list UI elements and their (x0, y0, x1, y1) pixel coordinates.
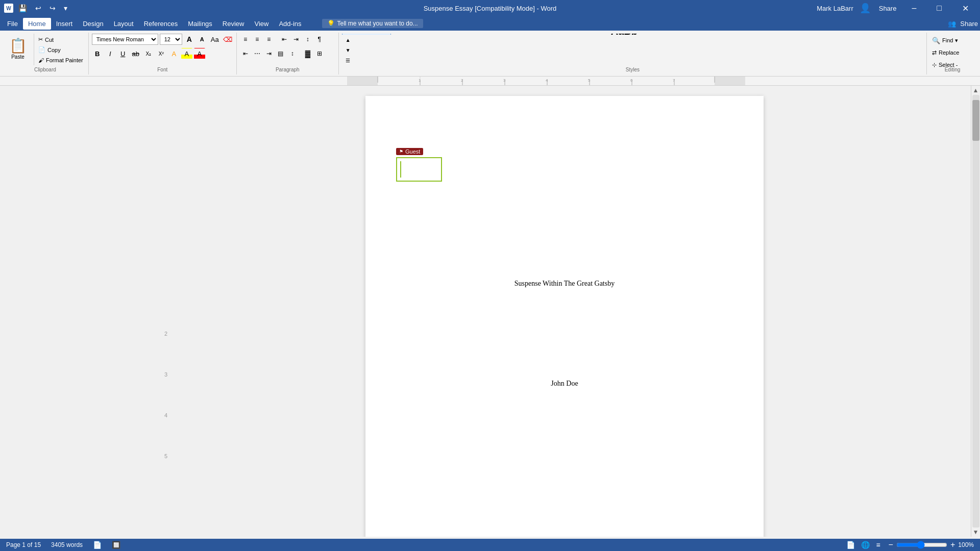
menu-addins[interactable]: Add-ins (274, 18, 306, 30)
quick-access-toolbar: 💾 ↩ ↪ ▾ (16, 3, 69, 13)
font-color-button[interactable]: A (194, 48, 205, 59)
bold-button[interactable]: B (92, 48, 103, 59)
scroll-up-button[interactable]: ▲ (973, 87, 979, 94)
scroll-thumb[interactable] (972, 100, 979, 141)
view-buttons: 📄 🌐 ≡ (844, 540, 882, 550)
paste-label: Paste (11, 54, 24, 60)
page-marker-2: 2 (164, 331, 167, 337)
shrink-font-button[interactable]: A (197, 34, 208, 45)
document-area[interactable]: ⚑ Guest Suspense Within The Great Gatsby… (174, 86, 955, 537)
menu-insert[interactable]: Insert (51, 18, 78, 30)
close-button[interactable]: ✕ (955, 0, 976, 16)
shading-button[interactable]: ▓ (302, 48, 313, 59)
strikethrough-button[interactable]: ab (130, 48, 141, 59)
page-marker-4: 4 (164, 412, 167, 418)
line-spacing-button[interactable]: ↕ (287, 48, 298, 59)
align-center-button[interactable]: ⋯ (252, 48, 263, 59)
styles-expand[interactable]: ☰ (344, 55, 352, 65)
web-layout-button[interactable]: 🌐 (859, 540, 872, 550)
borders-button[interactable]: ⊞ (314, 48, 325, 59)
highlight-button[interactable]: A (181, 48, 192, 59)
share-button[interactable]: Share (877, 4, 899, 13)
scroll-track[interactable] (972, 95, 979, 528)
italic-button[interactable]: I (105, 48, 116, 59)
print-layout-button[interactable]: 📄 (844, 540, 857, 550)
paste-button[interactable]: 📋 Paste (5, 34, 31, 65)
title-bar: W 💾 ↩ ↪ ▾ Suspense Essay [Compatibility … (0, 0, 980, 16)
outline-view-button[interactable]: ≡ (874, 540, 882, 550)
clear-format-button[interactable]: ⌫ (222, 34, 233, 45)
underline-button[interactable]: U (117, 48, 129, 59)
find-label: Find (942, 37, 953, 43)
guest-cursor-container: ⚑ Guest (396, 157, 442, 182)
copy-button[interactable]: 📄 Copy (36, 45, 85, 55)
copy-label: Copy (47, 47, 61, 53)
cut-button[interactable]: ✂ Cut (36, 35, 85, 44)
redo-button[interactable]: ↪ (47, 3, 58, 13)
status-left: Page 1 of 15 3405 words 📄 🔲 (6, 541, 120, 549)
zoom-in-button[interactable]: + (950, 540, 955, 549)
share-label[interactable]: Share (960, 20, 978, 28)
find-button[interactable]: 🔍 Find ▾ (930, 35, 975, 46)
menu-layout[interactable]: Layout (109, 18, 139, 30)
zoom-out-button[interactable]: − (889, 540, 893, 549)
menu-review[interactable]: Review (217, 18, 250, 30)
maximize-button[interactable]: □ (929, 0, 949, 16)
tell-me-bar[interactable]: 💡 Tell me what you want to do... (322, 19, 423, 28)
grow-font-button[interactable]: A (184, 34, 195, 45)
paste-icon: 📋 (9, 39, 27, 53)
outdent-button[interactable]: ⇤ (279, 34, 290, 45)
menu-references[interactable]: References (139, 18, 183, 30)
text-effects-button[interactable]: A (168, 48, 180, 59)
scroll-down-button[interactable]: ▼ (973, 529, 979, 536)
change-case-button[interactable]: Aa (209, 34, 220, 45)
save-button[interactable]: 💾 (16, 3, 29, 13)
document-author: John Doe (396, 380, 733, 388)
bullets-button[interactable]: ≡ (240, 34, 251, 45)
ribbon-group-styles: AaBbCcDd ¶ Normal AaBbCcDd ¶ No Spac... … (339, 33, 927, 74)
justify-button[interactable]: ▤ (275, 48, 286, 59)
style-intem-preview: AaBbCcDd (782, 34, 817, 34)
replace-button[interactable]: ⇄ Replace (930, 47, 975, 58)
styles-scroll-down[interactable]: ▼ (344, 45, 352, 55)
multilevel-button[interactable]: ≡ (263, 34, 275, 45)
main-area: 2 3 4 5 ⚑ Guest Suspense Within The Grea… (0, 86, 980, 537)
ribbon-group-editing: 🔍 Find ▾ ⇄ Replace ⊹ Select - Editing (927, 33, 978, 74)
vertical-scrollbar[interactable]: ▲ ▼ (971, 86, 980, 537)
replace-icon: ⇄ (932, 49, 937, 56)
show-hide-button[interactable]: ¶ (314, 34, 325, 45)
page-marker-3: 3 (164, 371, 167, 378)
document-page[interactable]: ⚑ Guest Suspense Within The Great Gatsby… (365, 96, 764, 537)
title-bar-right: Mark LaBarr 👤 Share – □ ✕ (817, 0, 976, 16)
menu-bar: File Home Insert Design Layout Reference… (0, 16, 980, 31)
styles-group-label: Styles (339, 66, 926, 73)
sort-button[interactable]: ↕ (302, 34, 313, 45)
minimize-button[interactable]: – (904, 0, 923, 16)
font-size-select[interactable]: 12 (160, 34, 182, 45)
page-marker-5: 5 (164, 453, 167, 459)
customize-button[interactable]: ▾ (62, 3, 69, 13)
subscript-button[interactable]: X₂ (143, 48, 154, 59)
styles-scroll-up[interactable]: ▲ (344, 35, 352, 45)
format-painter-button[interactable]: 🖌 Format Painter (36, 55, 85, 65)
menu-home[interactable]: Home (23, 18, 51, 30)
menu-design[interactable]: Design (78, 18, 108, 30)
numbering-button[interactable]: ≡ (252, 34, 263, 45)
menu-mailings[interactable]: Mailings (183, 18, 217, 30)
status-bar: Page 1 of 15 3405 words 📄 🔲 📄 🌐 ≡ − + 10… (0, 539, 980, 551)
menu-file[interactable]: File (2, 18, 23, 30)
clipboard-small-buttons: ✂ Cut 📄 Copy 🖌 Format Painter (36, 34, 85, 65)
document-title: Suspense Within The Great Gatsby (396, 280, 733, 288)
align-right-button[interactable]: ⇥ (263, 48, 275, 59)
font-family-row: Times New Roman 12 A A Aa ⌫ (92, 34, 233, 45)
undo-button[interactable]: ↩ (33, 3, 43, 13)
menu-view[interactable]: View (249, 18, 274, 30)
font-group-label: Font (89, 66, 236, 73)
align-left-button[interactable]: ⇤ (240, 48, 251, 59)
indent-button[interactable]: ⇥ (290, 34, 302, 45)
superscript-button[interactable]: X² (156, 48, 167, 59)
font-family-select[interactable]: Times New Roman (92, 34, 158, 45)
zoom-slider-input[interactable] (896, 541, 947, 549)
style-h3-preview: 2.1.1. Aa (530, 34, 554, 34)
ribbon: 📋 Paste ✂ Cut 📄 Copy 🖌 Format Painter (0, 31, 980, 77)
